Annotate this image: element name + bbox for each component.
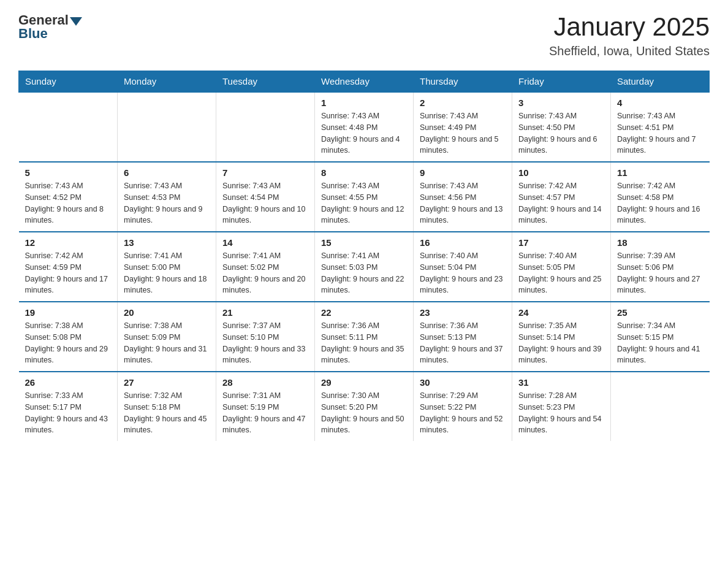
calendar-day-19: 19Sunrise: 7:38 AM Sunset: 5:08 PM Dayli… — [19, 302, 118, 372]
calendar-day-8: 8Sunrise: 7:43 AM Sunset: 4:55 PM Daylig… — [315, 162, 414, 232]
calendar-day-31: 31Sunrise: 7:28 AM Sunset: 5:23 PM Dayli… — [512, 372, 611, 441]
calendar-day-11: 11Sunrise: 7:42 AM Sunset: 4:58 PM Dayli… — [611, 162, 710, 232]
day-info: Sunrise: 7:28 AM Sunset: 5:23 PM Dayligh… — [518, 390, 604, 436]
day-number: 15 — [321, 237, 407, 248]
calendar-day-6: 6Sunrise: 7:43 AM Sunset: 4:53 PM Daylig… — [118, 162, 216, 232]
calendar-day-25: 25Sunrise: 7:34 AM Sunset: 5:15 PM Dayli… — [611, 302, 710, 372]
day-info: Sunrise: 7:35 AM Sunset: 5:14 PM Dayligh… — [518, 320, 604, 366]
weekday-header-wednesday: Wednesday — [315, 71, 414, 93]
day-number: 28 — [222, 377, 308, 388]
calendar-day-22: 22Sunrise: 7:36 AM Sunset: 5:11 PM Dayli… — [315, 302, 414, 372]
day-info: Sunrise: 7:38 AM Sunset: 5:08 PM Dayligh… — [25, 320, 112, 366]
day-info: Sunrise: 7:36 AM Sunset: 5:11 PM Dayligh… — [321, 320, 407, 366]
day-number: 23 — [420, 307, 506, 318]
day-number: 5 — [25, 167, 112, 178]
calendar-day-15: 15Sunrise: 7:41 AM Sunset: 5:03 PM Dayli… — [315, 232, 414, 302]
weekday-header-saturday: Saturday — [611, 71, 710, 93]
day-info: Sunrise: 7:32 AM Sunset: 5:18 PM Dayligh… — [124, 390, 210, 436]
calendar-day-24: 24Sunrise: 7:35 AM Sunset: 5:14 PM Dayli… — [512, 302, 611, 372]
day-number: 20 — [124, 307, 210, 318]
day-info: Sunrise: 7:43 AM Sunset: 4:53 PM Dayligh… — [124, 180, 210, 226]
calendar-day-23: 23Sunrise: 7:36 AM Sunset: 5:13 PM Dayli… — [414, 302, 512, 372]
day-info: Sunrise: 7:34 AM Sunset: 5:15 PM Dayligh… — [617, 320, 703, 366]
calendar-day-empty — [611, 372, 710, 441]
calendar-day-29: 29Sunrise: 7:30 AM Sunset: 5:20 PM Dayli… — [315, 372, 414, 441]
day-info: Sunrise: 7:43 AM Sunset: 4:54 PM Dayligh… — [222, 180, 308, 226]
logo: General Blue — [18, 12, 82, 42]
page-header: General Blue January 2025 Sheffield, Iow… — [18, 12, 710, 58]
day-info: Sunrise: 7:43 AM Sunset: 4:49 PM Dayligh… — [420, 110, 506, 156]
calendar-day-30: 30Sunrise: 7:29 AM Sunset: 5:22 PM Dayli… — [414, 372, 512, 441]
day-info: Sunrise: 7:42 AM Sunset: 4:59 PM Dayligh… — [25, 250, 112, 296]
calendar-body: 1Sunrise: 7:43 AM Sunset: 4:48 PM Daylig… — [19, 92, 710, 441]
day-info: Sunrise: 7:41 AM Sunset: 5:02 PM Dayligh… — [222, 250, 308, 296]
weekday-header-row: SundayMondayTuesdayWednesdayThursdayFrid… — [19, 71, 710, 93]
day-info: Sunrise: 7:39 AM Sunset: 5:06 PM Dayligh… — [617, 250, 703, 296]
calendar-table: SundayMondayTuesdayWednesdayThursdayFrid… — [18, 71, 710, 441]
day-number: 10 — [518, 167, 604, 178]
day-info: Sunrise: 7:31 AM Sunset: 5:19 PM Dayligh… — [222, 390, 308, 436]
day-info: Sunrise: 7:40 AM Sunset: 5:05 PM Dayligh… — [518, 250, 604, 296]
day-info: Sunrise: 7:33 AM Sunset: 5:17 PM Dayligh… — [25, 390, 112, 436]
calendar-day-empty — [216, 92, 315, 162]
day-info: Sunrise: 7:43 AM Sunset: 4:48 PM Dayligh… — [321, 110, 407, 156]
calendar-day-14: 14Sunrise: 7:41 AM Sunset: 5:02 PM Dayli… — [216, 232, 315, 302]
calendar-day-21: 21Sunrise: 7:37 AM Sunset: 5:10 PM Dayli… — [216, 302, 315, 372]
day-number: 25 — [617, 307, 703, 318]
day-number: 1 — [321, 98, 407, 108]
title-block: January 2025 Sheffield, Iowa, United Sta… — [549, 12, 710, 58]
day-number: 18 — [617, 237, 703, 248]
calendar-week-4: 19Sunrise: 7:38 AM Sunset: 5:08 PM Dayli… — [19, 302, 710, 372]
day-info: Sunrise: 7:29 AM Sunset: 5:22 PM Dayligh… — [420, 390, 506, 436]
logo-blue-text: Blue — [18, 26, 48, 42]
day-number: 24 — [518, 307, 604, 318]
weekday-header-friday: Friday — [512, 71, 611, 93]
day-number: 12 — [25, 237, 112, 248]
day-number: 26 — [25, 377, 112, 388]
day-info: Sunrise: 7:37 AM Sunset: 5:10 PM Dayligh… — [222, 320, 308, 366]
day-info: Sunrise: 7:41 AM Sunset: 5:03 PM Dayligh… — [321, 250, 407, 296]
day-number: 31 — [518, 377, 604, 388]
calendar-day-3: 3Sunrise: 7:43 AM Sunset: 4:50 PM Daylig… — [512, 92, 611, 162]
calendar-day-12: 12Sunrise: 7:42 AM Sunset: 4:59 PM Dayli… — [19, 232, 118, 302]
day-info: Sunrise: 7:30 AM Sunset: 5:20 PM Dayligh… — [321, 390, 407, 436]
day-number: 22 — [321, 307, 407, 318]
calendar-header: SundayMondayTuesdayWednesdayThursdayFrid… — [19, 71, 710, 93]
calendar-day-28: 28Sunrise: 7:31 AM Sunset: 5:19 PM Dayli… — [216, 372, 315, 441]
day-number: 2 — [420, 98, 506, 108]
weekday-header-sunday: Sunday — [19, 71, 118, 93]
calendar-day-7: 7Sunrise: 7:43 AM Sunset: 4:54 PM Daylig… — [216, 162, 315, 232]
calendar-day-20: 20Sunrise: 7:38 AM Sunset: 5:09 PM Dayli… — [118, 302, 216, 372]
calendar-day-18: 18Sunrise: 7:39 AM Sunset: 5:06 PM Dayli… — [611, 232, 710, 302]
day-number: 6 — [124, 167, 210, 178]
day-info: Sunrise: 7:42 AM Sunset: 4:58 PM Dayligh… — [617, 180, 703, 226]
calendar-week-2: 5Sunrise: 7:43 AM Sunset: 4:52 PM Daylig… — [19, 162, 710, 232]
weekday-header-tuesday: Tuesday — [216, 71, 315, 93]
day-info: Sunrise: 7:36 AM Sunset: 5:13 PM Dayligh… — [420, 320, 506, 366]
day-info: Sunrise: 7:43 AM Sunset: 4:56 PM Dayligh… — [420, 180, 506, 226]
day-number: 9 — [420, 167, 506, 178]
calendar-day-17: 17Sunrise: 7:40 AM Sunset: 5:05 PM Dayli… — [512, 232, 611, 302]
day-number: 7 — [222, 167, 308, 178]
day-number: 17 — [518, 237, 604, 248]
calendar-day-27: 27Sunrise: 7:32 AM Sunset: 5:18 PM Dayli… — [118, 372, 216, 441]
day-number: 3 — [518, 98, 604, 108]
page-title: January 2025 — [549, 12, 710, 42]
day-number: 27 — [124, 377, 210, 388]
calendar-day-4: 4Sunrise: 7:43 AM Sunset: 4:51 PM Daylig… — [611, 92, 710, 162]
day-number: 19 — [25, 307, 112, 318]
weekday-header-monday: Monday — [118, 71, 216, 93]
calendar-week-3: 12Sunrise: 7:42 AM Sunset: 4:59 PM Dayli… — [19, 232, 710, 302]
calendar-day-1: 1Sunrise: 7:43 AM Sunset: 4:48 PM Daylig… — [315, 92, 414, 162]
calendar-day-empty — [118, 92, 216, 162]
day-number: 29 — [321, 377, 407, 388]
day-info: Sunrise: 7:40 AM Sunset: 5:04 PM Dayligh… — [420, 250, 506, 296]
calendar-week-5: 26Sunrise: 7:33 AM Sunset: 5:17 PM Dayli… — [19, 372, 710, 441]
day-number: 8 — [321, 167, 407, 178]
day-info: Sunrise: 7:43 AM Sunset: 4:52 PM Dayligh… — [25, 180, 112, 226]
weekday-header-thursday: Thursday — [414, 71, 512, 93]
calendar-week-1: 1Sunrise: 7:43 AM Sunset: 4:48 PM Daylig… — [19, 92, 710, 162]
calendar-day-13: 13Sunrise: 7:41 AM Sunset: 5:00 PM Dayli… — [118, 232, 216, 302]
day-number: 21 — [222, 307, 308, 318]
day-number: 4 — [617, 98, 703, 108]
